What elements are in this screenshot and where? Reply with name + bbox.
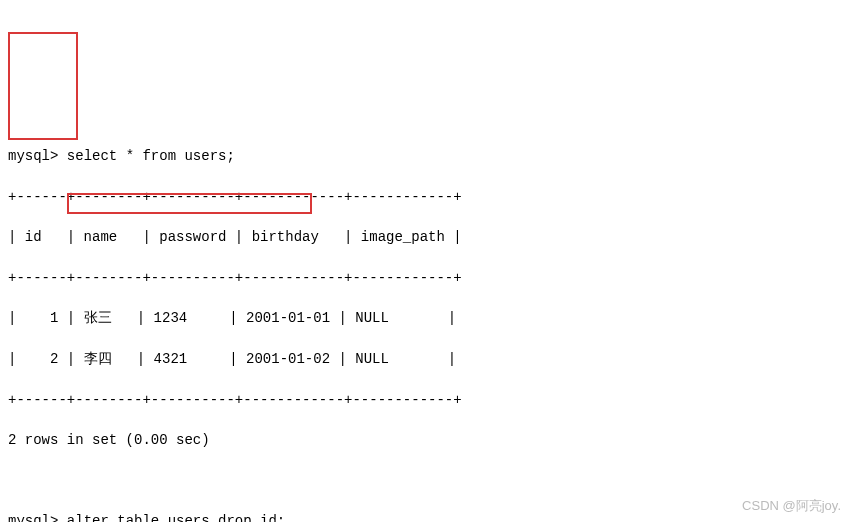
sql-query-1: select * from users; — [67, 148, 235, 164]
table1-border-mid: +------+--------+----------+------------… — [8, 268, 847, 288]
table-row: | 1 | 张三 | 1234 | 2001-01-01 | NULL | — [8, 308, 847, 328]
blank-line — [8, 471, 847, 491]
mysql-prompt: mysql> — [8, 148, 58, 164]
result-line-1: 2 rows in set (0.00 sec) — [8, 430, 847, 450]
table1-border-top: +------+--------+----------+------------… — [8, 187, 847, 207]
sql-alter-statement: alter table users drop id; — [67, 513, 285, 522]
table1-border-bottom: +------+--------+----------+------------… — [8, 390, 847, 410]
prompt-line-1: mysql> select * from users; — [8, 146, 847, 166]
table-row: | 2 | 李四 | 4321 | 2001-01-02 | NULL | — [8, 349, 847, 369]
prompt-line-2: mysql> alter table users drop id; — [8, 511, 847, 522]
mysql-prompt: mysql> — [8, 513, 58, 522]
highlight-box-id-column — [8, 32, 78, 140]
table1-header: | id | name | password | birthday | imag… — [8, 227, 847, 247]
